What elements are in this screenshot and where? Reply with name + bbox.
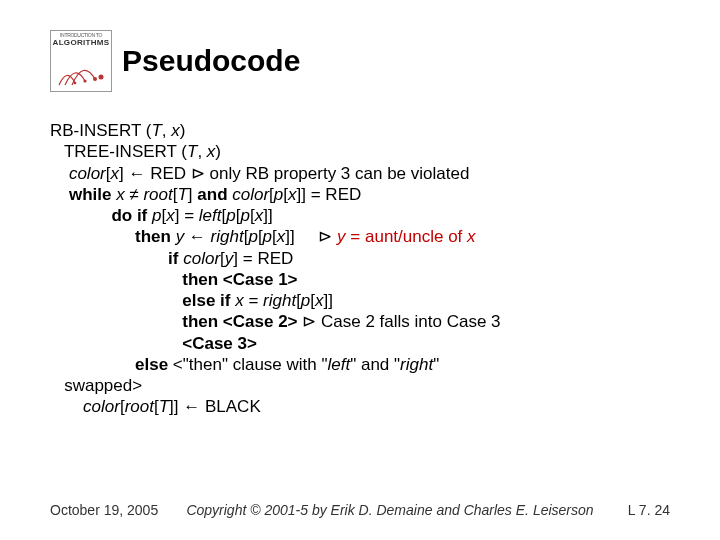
comment-triangle-icon: ⊳ (191, 164, 205, 183)
title-row: INTRODUCTION TO ALGORITHMS Pseudocode (50, 30, 670, 92)
comment-triangle-icon: ⊳ (302, 312, 316, 331)
footer-page-number: L 7. 24 (610, 502, 670, 518)
comment-triangle-icon: ⊳ (318, 227, 332, 246)
footer: October 19, 2005 Copyright © 2001-5 by E… (50, 502, 670, 518)
svg-point-3 (99, 75, 104, 80)
svg-point-0 (74, 82, 77, 85)
pseudocode-block: RB-INSERT (T, x) TREE-INSERT (T, x) colo… (50, 120, 670, 418)
svg-point-2 (93, 77, 97, 81)
slide-title: Pseudocode (122, 44, 300, 78)
book-cover-icon: INTRODUCTION TO ALGORITHMS (50, 30, 112, 92)
footer-copyright: Copyright © 2001-5 by Erik D. Demaine an… (170, 502, 610, 518)
svg-point-1 (83, 79, 86, 82)
slide: INTRODUCTION TO ALGORITHMS Pseudocode RB… (0, 0, 720, 540)
footer-date: October 19, 2005 (50, 502, 170, 518)
proc-name: RB-INSERT (50, 121, 141, 140)
